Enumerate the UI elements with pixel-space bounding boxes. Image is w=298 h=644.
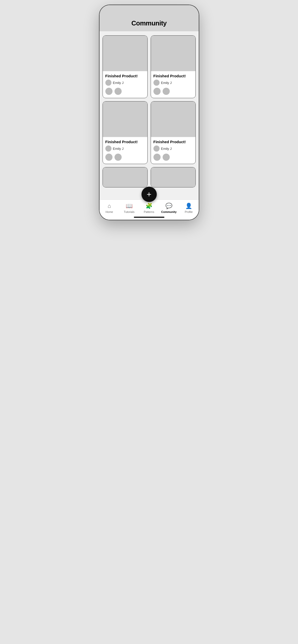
page-title: Community xyxy=(105,19,194,27)
card-actions-3 xyxy=(105,154,145,161)
card-image-3 xyxy=(103,101,147,137)
card-image-5 xyxy=(103,167,147,187)
nav-label-community: Community xyxy=(161,210,177,213)
card-actions-4 xyxy=(153,154,193,161)
nav-item-home[interactable]: ⌂ Home xyxy=(100,202,119,214)
phone-frame: Community Finished Product! Emily J xyxy=(100,5,199,220)
author-name-2: Emily J xyxy=(161,81,172,85)
action-btn-like-2[interactable] xyxy=(153,88,161,95)
avatar-2 xyxy=(153,80,160,86)
status-bar xyxy=(100,5,199,16)
nav-label-profile: Profile xyxy=(185,210,193,213)
community-icon: 💬 xyxy=(165,203,172,209)
card-body-3: Finished Product! Emily J xyxy=(103,137,147,164)
author-name-1: Emily J xyxy=(113,81,124,85)
action-btn-comment-2[interactable] xyxy=(163,88,170,95)
nav-label-tutorials: Tutorials xyxy=(124,210,135,213)
card-image-6 xyxy=(151,167,195,187)
profile-icon: 👤 xyxy=(185,203,192,209)
community-card-5[interactable] xyxy=(103,167,148,187)
nav-item-community[interactable]: 💬 Community xyxy=(159,202,179,214)
card-title-1: Finished Product! xyxy=(105,74,145,78)
card-author-2: Emily J xyxy=(153,80,193,86)
community-card-6[interactable] xyxy=(151,167,196,187)
card-actions-1 xyxy=(105,88,145,95)
card-image-4 xyxy=(151,101,195,137)
author-name-3: Emily J xyxy=(113,147,124,151)
author-name-4: Emily J xyxy=(161,147,172,151)
home-indicator xyxy=(134,217,164,218)
tutorials-icon: 📖 xyxy=(126,203,133,209)
action-btn-comment-1[interactable] xyxy=(115,88,122,95)
fab-container: + xyxy=(141,187,157,202)
card-image-1 xyxy=(103,36,147,71)
card-image-2 xyxy=(151,36,195,71)
card-grid: Finished Product! Emily J Finished Produ… xyxy=(103,35,196,187)
community-card-4[interactable]: Finished Product! Emily J xyxy=(151,101,196,164)
card-body-4: Finished Product! Emily J xyxy=(151,137,195,164)
card-title-3: Finished Product! xyxy=(105,140,145,144)
card-author-4: Emily J xyxy=(153,145,193,152)
avatar-4 xyxy=(153,145,160,152)
avatar-1 xyxy=(105,80,111,86)
patterns-icon: 🧩 xyxy=(146,203,152,209)
community-card-2[interactable]: Finished Product! Emily J xyxy=(151,35,196,98)
community-card-3[interactable]: Finished Product! Emily J xyxy=(103,101,148,164)
card-actions-2 xyxy=(153,88,193,95)
action-btn-comment-3[interactable] xyxy=(115,154,122,161)
card-body-2: Finished Product! Emily J xyxy=(151,71,195,98)
action-btn-like-1[interactable] xyxy=(105,88,112,95)
card-title-2: Finished Product! xyxy=(153,74,193,78)
action-btn-like-3[interactable] xyxy=(105,154,112,161)
card-author-1: Emily J xyxy=(105,80,145,86)
home-icon: ⌂ xyxy=(108,203,111,209)
action-btn-comment-4[interactable] xyxy=(163,154,170,161)
plus-icon: + xyxy=(147,190,151,198)
avatar-3 xyxy=(105,145,111,152)
nav-label-patterns: Patterns xyxy=(144,210,154,213)
nav-item-patterns[interactable]: 🧩 Patterns xyxy=(139,202,159,214)
add-post-button[interactable]: + xyxy=(141,187,157,202)
action-btn-like-4[interactable] xyxy=(153,154,161,161)
nav-item-tutorials[interactable]: 📖 Tutorials xyxy=(119,202,139,214)
nav-item-profile[interactable]: 👤 Profile xyxy=(179,202,199,214)
card-author-3: Emily J xyxy=(105,145,145,152)
page-header: Community xyxy=(100,16,199,31)
community-card-1[interactable]: Finished Product! Emily J xyxy=(103,35,148,98)
nav-label-home: Home xyxy=(106,210,113,213)
card-title-4: Finished Product! xyxy=(153,140,193,144)
card-body-1: Finished Product! Emily J xyxy=(103,71,147,98)
